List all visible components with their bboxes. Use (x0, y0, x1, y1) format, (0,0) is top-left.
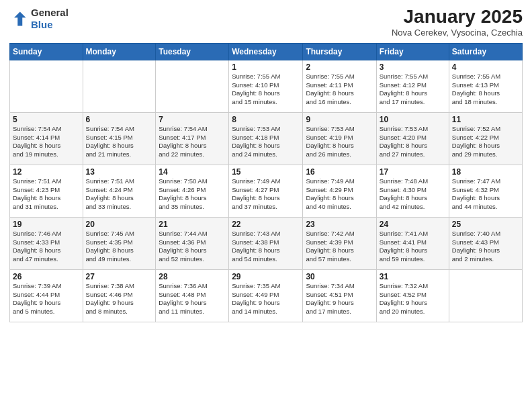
calendar-cell: 10Sunrise: 7:53 AM Sunset: 4:20 PM Dayli… (376, 112, 449, 165)
calendar-cell: 12Sunrise: 7:51 AM Sunset: 4:23 PM Dayli… (10, 165, 83, 217)
day-info: Sunrise: 7:41 AM Sunset: 4:41 PM Dayligh… (380, 230, 446, 264)
calendar-cell: 3Sunrise: 7:55 AM Sunset: 4:12 PM Daylig… (376, 60, 449, 112)
day-number: 25 (452, 220, 519, 229)
calendar-cell: 1Sunrise: 7:55 AM Sunset: 4:10 PM Daylig… (229, 60, 303, 112)
page-header: General Blue January 2025 Nova Cerekev, … (9, 7, 523, 38)
weekday-header-sunday: Sunday (10, 43, 83, 60)
day-info: Sunrise: 7:49 AM Sunset: 4:27 PM Dayligh… (232, 177, 300, 212)
calendar-week-row: 26Sunrise: 7:39 AM Sunset: 4:44 PM Dayli… (10, 269, 523, 322)
calendar-cell (156, 60, 229, 112)
logo: General Blue (9, 7, 69, 31)
calendar-cell: 13Sunrise: 7:51 AM Sunset: 4:24 PM Dayli… (83, 165, 156, 217)
svg-marker-0 (14, 12, 26, 26)
day-info: Sunrise: 7:54 AM Sunset: 4:15 PM Dayligh… (86, 125, 153, 159)
day-number: 29 (232, 272, 300, 281)
day-number: 28 (159, 272, 226, 281)
day-number: 7 (159, 115, 226, 124)
calendar-week-row: 12Sunrise: 7:51 AM Sunset: 4:23 PM Dayli… (10, 165, 523, 217)
day-number: 26 (13, 272, 80, 281)
day-number: 22 (232, 220, 300, 229)
month-title: January 2025 (392, 7, 523, 28)
calendar-cell: 23Sunrise: 7:42 AM Sunset: 4:39 PM Dayli… (303, 217, 376, 269)
calendar-cell: 9Sunrise: 7:53 AM Sunset: 4:19 PM Daylig… (303, 112, 376, 165)
calendar-cell: 31Sunrise: 7:32 AM Sunset: 4:52 PM Dayli… (376, 269, 449, 322)
day-number: 15 (232, 167, 300, 177)
day-number: 20 (86, 220, 153, 229)
calendar-cell: 11Sunrise: 7:52 AM Sunset: 4:22 PM Dayli… (449, 112, 522, 165)
day-info: Sunrise: 7:43 AM Sunset: 4:38 PM Dayligh… (232, 230, 300, 264)
calendar-week-row: 5Sunrise: 7:54 AM Sunset: 4:14 PM Daylig… (10, 112, 523, 165)
day-info: Sunrise: 7:52 AM Sunset: 4:22 PM Dayligh… (452, 125, 519, 159)
day-number: 17 (380, 167, 446, 177)
day-number: 9 (306, 115, 373, 124)
day-number: 8 (232, 115, 300, 124)
calendar-cell: 29Sunrise: 7:35 AM Sunset: 4:49 PM Dayli… (229, 269, 303, 322)
calendar-cell: 8Sunrise: 7:53 AM Sunset: 4:18 PM Daylig… (229, 112, 303, 165)
day-number: 16 (306, 167, 373, 177)
day-info: Sunrise: 7:50 AM Sunset: 4:26 PM Dayligh… (159, 177, 226, 212)
calendar-cell: 7Sunrise: 7:54 AM Sunset: 4:17 PM Daylig… (156, 112, 229, 165)
day-info: Sunrise: 7:54 AM Sunset: 4:14 PM Dayligh… (13, 125, 80, 159)
calendar-cell (449, 269, 522, 322)
calendar-cell: 20Sunrise: 7:45 AM Sunset: 4:35 PM Dayli… (83, 217, 156, 269)
day-number: 23 (306, 220, 373, 229)
day-info: Sunrise: 7:47 AM Sunset: 4:32 PM Dayligh… (452, 177, 519, 212)
day-info: Sunrise: 7:55 AM Sunset: 4:10 PM Dayligh… (232, 73, 300, 107)
day-number: 30 (306, 272, 373, 281)
day-number: 14 (159, 167, 226, 177)
weekday-header-wednesday: Wednesday (229, 43, 303, 60)
day-info: Sunrise: 7:51 AM Sunset: 4:23 PM Dayligh… (13, 177, 80, 212)
weekday-header-row: SundayMondayTuesdayWednesdayThursdayFrid… (10, 43, 523, 60)
day-number: 6 (86, 115, 153, 124)
calendar-cell: 18Sunrise: 7:47 AM Sunset: 4:32 PM Dayli… (449, 165, 522, 217)
day-number: 10 (380, 115, 446, 124)
day-info: Sunrise: 7:53 AM Sunset: 4:20 PM Dayligh… (380, 125, 446, 159)
day-number: 4 (452, 62, 519, 72)
day-number: 2 (306, 62, 373, 72)
calendar-cell: 24Sunrise: 7:41 AM Sunset: 4:41 PM Dayli… (376, 217, 449, 269)
day-number: 5 (13, 115, 80, 124)
day-info: Sunrise: 7:55 AM Sunset: 4:11 PM Dayligh… (306, 73, 373, 107)
day-info: Sunrise: 7:35 AM Sunset: 4:49 PM Dayligh… (232, 282, 300, 316)
day-number: 21 (159, 220, 226, 229)
day-number: 27 (86, 272, 153, 281)
day-info: Sunrise: 7:53 AM Sunset: 4:18 PM Dayligh… (232, 125, 300, 159)
calendar-cell: 21Sunrise: 7:44 AM Sunset: 4:36 PM Dayli… (156, 217, 229, 269)
logo-general: General (31, 7, 69, 19)
day-info: Sunrise: 7:40 AM Sunset: 4:43 PM Dayligh… (452, 230, 519, 264)
calendar-week-row: 1Sunrise: 7:55 AM Sunset: 4:10 PM Daylig… (10, 60, 523, 112)
weekday-header-friday: Friday (376, 43, 449, 60)
calendar-cell: 19Sunrise: 7:46 AM Sunset: 4:33 PM Dayli… (10, 217, 83, 269)
calendar-cell: 30Sunrise: 7:34 AM Sunset: 4:51 PM Dayli… (303, 269, 376, 322)
weekday-header-saturday: Saturday (449, 43, 522, 60)
day-info: Sunrise: 7:45 AM Sunset: 4:35 PM Dayligh… (86, 230, 153, 264)
title-block: January 2025 Nova Cerekev, Vysocina, Cze… (392, 7, 523, 38)
location-subtitle: Nova Cerekev, Vysocina, Czechia (392, 28, 523, 38)
day-number: 1 (232, 62, 300, 72)
day-info: Sunrise: 7:46 AM Sunset: 4:33 PM Dayligh… (13, 230, 80, 264)
calendar-cell: 2Sunrise: 7:55 AM Sunset: 4:11 PM Daylig… (303, 60, 376, 112)
calendar-table: SundayMondayTuesdayWednesdayThursdayFrid… (9, 43, 523, 322)
calendar-cell: 25Sunrise: 7:40 AM Sunset: 4:43 PM Dayli… (449, 217, 522, 269)
day-number: 13 (86, 167, 153, 177)
day-number: 12 (13, 167, 80, 177)
day-info: Sunrise: 7:54 AM Sunset: 4:17 PM Dayligh… (159, 125, 226, 159)
logo-blue: Blue (31, 19, 69, 31)
calendar-cell: 17Sunrise: 7:48 AM Sunset: 4:30 PM Dayli… (376, 165, 449, 217)
calendar-cell: 14Sunrise: 7:50 AM Sunset: 4:26 PM Dayli… (156, 165, 229, 217)
calendar-cell: 15Sunrise: 7:49 AM Sunset: 4:27 PM Dayli… (229, 165, 303, 217)
weekday-header-tuesday: Tuesday (156, 43, 229, 60)
day-info: Sunrise: 7:32 AM Sunset: 4:52 PM Dayligh… (380, 282, 446, 316)
day-number: 19 (13, 220, 80, 229)
calendar-cell: 4Sunrise: 7:55 AM Sunset: 4:13 PM Daylig… (449, 60, 522, 112)
day-info: Sunrise: 7:55 AM Sunset: 4:12 PM Dayligh… (380, 73, 446, 107)
day-info: Sunrise: 7:34 AM Sunset: 4:51 PM Dayligh… (306, 282, 373, 316)
page-container: General Blue January 2025 Nova Cerekev, … (0, 0, 532, 411)
calendar-cell (83, 60, 156, 112)
day-info: Sunrise: 7:48 AM Sunset: 4:30 PM Dayligh… (380, 177, 446, 212)
day-info: Sunrise: 7:39 AM Sunset: 4:44 PM Dayligh… (13, 282, 80, 316)
calendar-cell: 6Sunrise: 7:54 AM Sunset: 4:15 PM Daylig… (83, 112, 156, 165)
weekday-header-thursday: Thursday (303, 43, 376, 60)
day-info: Sunrise: 7:55 AM Sunset: 4:13 PM Dayligh… (452, 73, 519, 107)
weekday-header-monday: Monday (83, 43, 156, 60)
